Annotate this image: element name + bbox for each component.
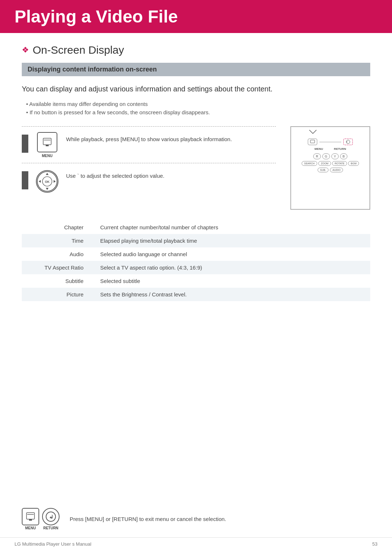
- page-title: Playing a Video File: [15, 7, 377, 26]
- step-2-description: Use ` to adjust the selected option valu…: [66, 172, 276, 180]
- remote-menu-label: MENU: [315, 147, 323, 151]
- bottom-description: Press [MENU] or [RETURN] to exit menu or…: [70, 516, 226, 522]
- info-table: Chapter Current chapter number/total num…: [22, 221, 370, 301]
- step-1-label: MENU: [42, 154, 52, 158]
- svg-rect-1: [46, 145, 49, 146]
- remote-rotate-btn: ROTATE: [332, 161, 347, 166]
- table-label-subtitle: Subtitle: [22, 274, 94, 288]
- step-2-text: Use ` to adjust the selected option valu…: [66, 170, 276, 180]
- remote-b-btn: B: [340, 153, 347, 159]
- subsection-title: Displaying content information on-screen: [22, 63, 370, 76]
- table-value-subtitle: Selected subtitle: [94, 274, 370, 288]
- remote-divider: [319, 142, 341, 142]
- svg-marker-6: [46, 173, 48, 175]
- bottom-return-icon: [42, 508, 60, 525]
- remote-bgm-btn: BGM: [348, 161, 359, 166]
- page-footer: LG Multimedia Player User s Manual 53: [0, 537, 392, 547]
- svg-marker-7: [46, 188, 48, 190]
- svg-rect-13: [29, 519, 32, 521]
- remote-return-icon: [343, 139, 353, 145]
- table-value-chapter: Current chapter number/total number of c…: [94, 221, 370, 234]
- remote-function-buttons: SEARCH ZOOM ROTATE BGM: [302, 161, 359, 166]
- remote-search-btn: SEARCH: [302, 161, 317, 166]
- table-value-audio: Selected audio language or channel: [94, 247, 370, 261]
- remote-r-btn: R: [313, 153, 321, 159]
- table-row-chapter: Chapter Current chapter number/total num…: [22, 221, 370, 234]
- table-label-tv-aspect: TV Aspect Ratio: [22, 261, 94, 274]
- svg-marker-8: [39, 180, 41, 182]
- step-1-description: While playback, press [MENU] to show var…: [66, 135, 276, 144]
- bottom-menu-icon: [22, 508, 39, 525]
- remote-menu-icon: [308, 139, 317, 145]
- remote-g-btn: G: [322, 153, 330, 159]
- step-2-indicator: [22, 171, 28, 189]
- remote-sub-audio-buttons: SUB. AUDIO: [318, 168, 343, 172]
- bullet-item-1: Available items may differ depending on …: [22, 101, 370, 107]
- bottom-icons-row: MENU RETURN Press [MENU] or [RETURN] to …: [22, 508, 370, 530]
- step-1-icon: MENU: [36, 133, 59, 156]
- table-value-time: Elapsed playing time/total playback time: [94, 234, 370, 247]
- bottom-return-group: RETURN: [42, 508, 60, 530]
- remote-arrow: [309, 129, 317, 136]
- remote-y-btn: Y: [331, 153, 339, 159]
- table-value-tv-aspect: Select a TV aspect ratio option. (4:3, 1…: [94, 261, 370, 274]
- page-content: On-Screen Display Displaying content inf…: [0, 44, 392, 301]
- table-row-picture: Picture Sets the Brightness / Contrast l…: [22, 288, 370, 301]
- remote-return-label: RETURN: [334, 147, 346, 151]
- remote-top-row: [308, 139, 353, 145]
- bottom-menu-label: MENU: [25, 526, 36, 530]
- remote-sub-btn: SUB.: [318, 168, 328, 172]
- remote-btn-labels: MENU RETURN: [315, 147, 346, 151]
- steps-left: MENU While playback, press [MENU] to sho…: [22, 126, 276, 210]
- step-2-row: OK Use ` to adjust t: [22, 163, 276, 200]
- remote-audio-btn: AUDIO: [330, 168, 343, 172]
- table-row-subtitle: Subtitle Selected subtitle: [22, 274, 370, 288]
- step-2-icon: OK: [36, 170, 59, 193]
- step-1-row: MENU While playback, press [MENU] to sho…: [22, 126, 276, 163]
- bottom-return-label: RETURN: [43, 526, 58, 530]
- section-title-text: On-Screen Display: [33, 44, 124, 56]
- table-label-chapter: Chapter: [22, 221, 94, 234]
- steps-container: MENU While playback, press [MENU] to sho…: [22, 126, 370, 210]
- table-row-time: Time Elapsed playing time/total playback…: [22, 234, 370, 247]
- menu-button-icon: [37, 132, 57, 152]
- bullet-item-2: If no button is pressed for a few second…: [22, 109, 370, 115]
- table-value-picture: Sets the Brightness / Contrast level.: [94, 288, 370, 301]
- remote-illustration: MENU RETURN R G Y B SEARCH ZOOM ROTATE B…: [290, 126, 370, 210]
- bullet-list: Available items may differ depending on …: [22, 101, 370, 115]
- table-row-audio: Audio Selected audio language or channel: [22, 247, 370, 261]
- svg-rect-12: [26, 513, 34, 519]
- bottom-section: MENU RETURN Press [MENU] or [RETURN] to …: [22, 508, 370, 532]
- table-label-picture: Picture: [22, 288, 94, 301]
- page-header: Playing a Video File: [0, 0, 392, 33]
- wheel-icon: OK: [36, 170, 58, 193]
- svg-text:OK: OK: [45, 180, 50, 184]
- svg-rect-0: [43, 138, 51, 145]
- remote-color-buttons: R G Y B: [313, 153, 347, 159]
- table-row-tv-aspect: TV Aspect Ratio Select a TV aspect ratio…: [22, 261, 370, 274]
- section-title: On-Screen Display: [22, 44, 370, 56]
- remote-zoom-btn: ZOOM: [318, 161, 331, 166]
- table-label-time: Time: [22, 234, 94, 247]
- table-label-audio: Audio: [22, 247, 94, 261]
- svg-marker-9: [54, 180, 56, 182]
- bottom-menu-group: MENU: [22, 508, 39, 530]
- intro-text: You can display and adjust various infor…: [22, 83, 370, 94]
- step-1-text: While playback, press [MENU] to show var…: [66, 133, 276, 144]
- step-1-indicator: [22, 135, 28, 153]
- footer-left: LG Multimedia Player User s Manual: [15, 541, 91, 547]
- footer-right: 53: [372, 541, 377, 547]
- svg-rect-10: [310, 140, 315, 143]
